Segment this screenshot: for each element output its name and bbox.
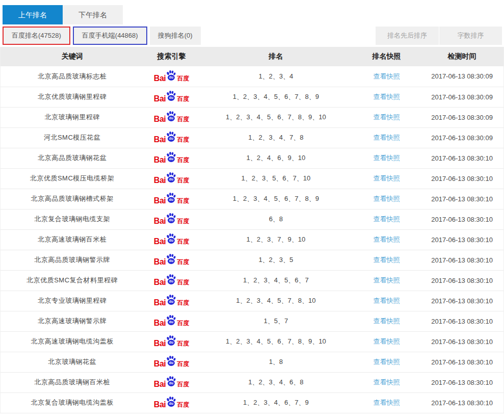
baidu-logo-cn-text: 百度 <box>177 157 189 164</box>
rank-cell: 1、2、3、7、9、10 <box>199 229 353 250</box>
sort-by-word-count-button[interactable]: 字数排序 <box>439 27 502 45</box>
baidu-paw-icon: du <box>166 152 176 163</box>
baidu-logo: Bai du 百度 <box>154 254 189 266</box>
view-snapshot-link[interactable]: 查看快照 <box>373 276 400 284</box>
keyword-cell: 河北SMC模压花盆 <box>1 127 144 148</box>
view-snapshot-link[interactable]: 查看快照 <box>373 215 400 223</box>
snapshot-cell: 查看快照 <box>353 250 420 270</box>
table-row: 北京高品质玻璃钢槽式桥架 Bai du 百度 1、2、3、4、5、6、7、8、9 <box>1 189 503 209</box>
check-time-cell: 2017-06-13 08:30:09 <box>420 107 503 127</box>
baidu-logo-cn-text: 百度 <box>177 402 189 409</box>
rank-cell: 6、8 <box>199 209 353 229</box>
baidu-logo-cn-text: 百度 <box>177 116 189 123</box>
engine-cell: Bai du 百度 <box>144 107 199 127</box>
table-row: 北京玻璃钢里程碑 Bai du 百度 1、2、3、4、5、6、7、8、9、10 <box>1 107 503 127</box>
baidu-logo-bai-text: Bai <box>154 299 166 307</box>
tab-morning-ranking[interactable]: 上午排名 <box>3 5 63 24</box>
engine-cell: Bai du 百度 <box>144 311 199 331</box>
view-snapshot-link[interactable]: 查看快照 <box>373 113 400 121</box>
view-snapshot-link[interactable]: 查看快照 <box>373 297 400 304</box>
rank-cell: 1、2、3、4、6、7、9 <box>199 392 353 413</box>
engine-cell: Bai du 百度 <box>144 392 199 413</box>
baidu-paw-icon: du <box>166 335 176 346</box>
view-snapshot-link[interactable]: 查看快照 <box>373 93 400 100</box>
baidu-paw-icon: du <box>166 70 176 81</box>
subtab-baidu-pc-ranking[interactable]: 百度排名(47528) <box>3 27 70 45</box>
view-snapshot-link[interactable]: 查看快照 <box>373 358 400 365</box>
subtab-baidu-mobile-ranking[interactable]: 百度手机端(44868) <box>73 27 147 45</box>
snapshot-cell: 查看快照 <box>353 291 420 311</box>
baidu-logo: Bai du 百度 <box>154 376 189 388</box>
baidu-logo-bai-text: Bai <box>154 401 166 409</box>
sort-by-rank-order-button[interactable]: 排名先后排序 <box>376 27 439 45</box>
view-snapshot-link[interactable]: 查看快照 <box>373 317 400 325</box>
view-snapshot-link[interactable]: 查看快照 <box>373 174 400 182</box>
snapshot-cell: 查看快照 <box>353 331 420 352</box>
engine-cell: Bai du 百度 <box>144 209 199 229</box>
check-time-cell: 2017-06-13 08:30:10 <box>420 148 503 168</box>
rank-cell: 1、5、7 <box>199 311 353 331</box>
keyword-cell: 北京高速玻璃钢警示牌 <box>1 311 144 331</box>
rank-cell: 1、2、3、4、5、6、7 <box>199 270 353 291</box>
view-snapshot-link[interactable]: 查看快照 <box>373 72 400 80</box>
table-row: 北京高品质玻璃钢警示牌 Bai du 百度 1、2、3、5 <box>1 250 503 270</box>
baidu-logo: Bai du 百度 <box>154 193 189 205</box>
baidu-logo-bai-text: Bai <box>154 197 166 205</box>
baidu-logo-bai-text: Bai <box>154 319 166 327</box>
table-row: 北京高速玻璃钢电缆沟盖板 Bai du 百度 1、2、3、4、5、6、7、8、9… <box>1 331 503 352</box>
baidu-logo-bai-text: Bai <box>154 176 166 185</box>
baidu-paw-du-text: du <box>169 198 173 201</box>
engine-cell: Bai du 百度 <box>144 250 199 270</box>
view-snapshot-link[interactable]: 查看快照 <box>373 399 400 406</box>
baidu-paw-icon: du <box>166 356 176 366</box>
tab-afternoon-ranking[interactable]: 下午排名 <box>63 5 123 24</box>
rank-cell: 1、2、3、4、5、6、7、8、9、10 <box>199 107 353 127</box>
check-time-cell: 2017-06-13 08:30:10 <box>420 229 503 250</box>
baidu-logo-bai-text: Bai <box>154 380 166 388</box>
baidu-paw-icon: du <box>166 254 176 265</box>
baidu-logo: Bai du 百度 <box>154 91 189 103</box>
engine-cell: Bai du 百度 <box>144 352 199 372</box>
baidu-logo-cn-text: 百度 <box>177 361 189 368</box>
table-row: 北京复合玻璃钢电缆支架 Bai du 百度 6、8 查看快照 <box>1 209 503 229</box>
snapshot-cell: 查看快照 <box>353 209 420 229</box>
view-snapshot-link[interactable]: 查看快照 <box>373 134 400 141</box>
rank-cell: 1、2、3、5 <box>199 250 353 270</box>
baidu-logo: Bai du 百度 <box>154 274 189 286</box>
table-row: 北京优质SMC模压电缆桥架 Bai du 百度 1、2、3、5、6、7、10 <box>1 168 503 189</box>
baidu-paw-icon: du <box>166 91 176 101</box>
keyword-cell: 北京优质SMC复合材料里程碑 <box>1 270 144 291</box>
period-tabs: 上午排名 下午排名 <box>0 0 504 24</box>
baidu-paw-du-text: du <box>169 239 173 242</box>
baidu-logo-bai-text: Bai <box>154 238 166 246</box>
subtab-sogou-ranking[interactable]: 搜狗排名(0) <box>150 27 201 45</box>
view-snapshot-link[interactable]: 查看快照 <box>373 195 400 202</box>
baidu-paw-icon: du <box>166 172 176 183</box>
ranking-table: 关键词 搜索引擎 排名 排名快照 检测时间 北京高品质玻璃标志桩 Bai <box>0 47 504 413</box>
view-snapshot-link[interactable]: 查看快照 <box>373 378 400 386</box>
baidu-paw-du-text: du <box>169 259 173 262</box>
view-snapshot-link[interactable]: 查看快照 <box>373 337 400 345</box>
baidu-logo-cn-text: 百度 <box>177 279 189 286</box>
baidu-paw-du-text: du <box>169 177 173 181</box>
baidu-logo: Bai du 百度 <box>154 397 189 409</box>
check-time-cell: 2017-06-13 08:30:10 <box>420 311 503 331</box>
view-snapshot-link[interactable]: 查看快照 <box>373 235 400 243</box>
rank-cell: 1、2、3、4、5、6、7、8、9 <box>199 189 353 209</box>
header-search-engine: 搜索引擎 <box>144 47 199 66</box>
baidu-logo-bai-text: Bai <box>154 217 166 225</box>
baidu-logo: Bai du 百度 <box>154 70 189 83</box>
view-snapshot-link[interactable]: 查看快照 <box>373 154 400 162</box>
keyword-cell: 北京优质玻璃钢里程碑 <box>1 87 144 107</box>
check-time-cell: 2017-06-13 08:30:10 <box>420 352 503 372</box>
baidu-paw-du-text: du <box>169 116 173 120</box>
engine-cell: Bai du 百度 <box>144 189 199 209</box>
table-row: 河北SMC模压花盆 Bai du 百度 1、2、3、4、7、8 <box>1 127 503 148</box>
baidu-logo: Bai du 百度 <box>154 233 189 246</box>
engine-cell: Bai du 百度 <box>144 291 199 311</box>
keyword-cell: 北京复合玻璃钢电缆沟盖板 <box>1 392 144 413</box>
baidu-paw-icon: du <box>166 233 176 244</box>
view-snapshot-link[interactable]: 查看快照 <box>373 256 400 264</box>
check-time-cell: 2017-06-13 08:30:10 <box>420 372 503 392</box>
keyword-cell: 北京高速玻璃钢电缆沟盖板 <box>1 331 144 352</box>
